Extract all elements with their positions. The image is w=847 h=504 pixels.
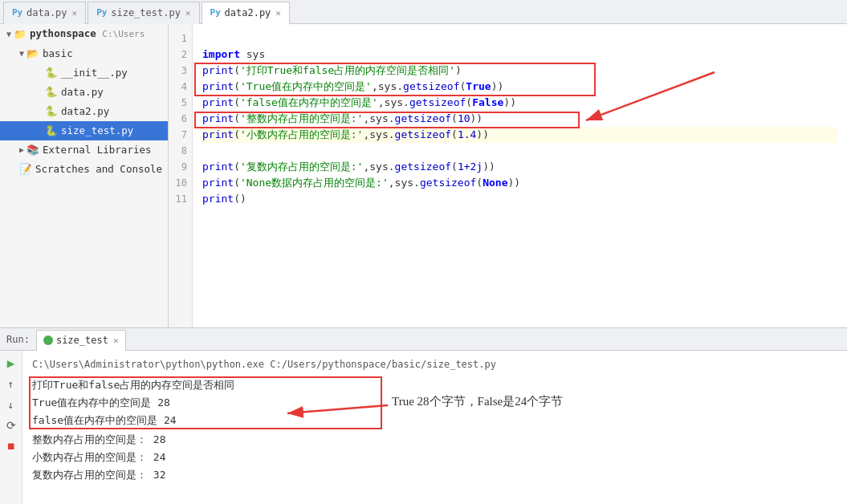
sizetest-label: size_test.py (61, 123, 133, 139)
tab-close-size[interactable]: × (185, 8, 191, 18)
code-line-9: print() (202, 193, 246, 205)
arrow-pythonspace (6, 26, 11, 43)
arrow-basic (19, 46, 24, 62)
editor-area[interactable]: 1 2 3 4 5 6 7 8 9 10 11 import sys print… (169, 24, 847, 327)
extlib-icon: 📚 (26, 142, 39, 158)
tab-label-3: data2.py (225, 7, 271, 18)
code-line-8: print('None数据内存占用的空间是:',sys.getsizeof(No… (202, 177, 520, 189)
output-highlighted-block: 打印True和false占用的内存空间是否相同 True值在内存中的空间是 28… (32, 376, 234, 429)
run-toolbar: ▶ ↑ ↓ ⟳ ⏹ (0, 351, 22, 504)
py-icon: Py (12, 7, 23, 18)
py-file-icon: 🐍 (45, 65, 58, 81)
tab-data2-py[interactable]: Py data2.py × (202, 2, 290, 24)
py-file-icon-data2: 🐍 (45, 104, 58, 120)
sidebar-item-sizetest[interactable]: 🐍 size_test.py (0, 121, 168, 140)
sidebar-item-pythonspace[interactable]: 📁 pythonspace C:\Users (0, 24, 168, 44)
code-line-4: print('false值在内存中的空间是',sys.getsizeof(Fal… (202, 96, 516, 108)
scroll-down-button[interactable]: ↓ (2, 396, 20, 413)
data2-label: data2.py (61, 104, 109, 120)
tab-label: data.py (26, 7, 67, 18)
scratch-icon: 📝 (19, 161, 32, 177)
output-line-6: 复数内存占用的空间是： 32 (32, 466, 837, 484)
cmd-line: C:\Users\Administrator\python\python.exe… (32, 356, 837, 373)
run-button[interactable]: ▶ (2, 354, 20, 372)
output-line-3: false值在内存中的空间是 24 (32, 412, 234, 429)
sidebar-item-data[interactable]: 🐍 data.py (0, 83, 168, 102)
run-tab-label: size_test (56, 335, 108, 346)
run-tab-bar: Run: size_test × (0, 328, 847, 351)
tab-data-py[interactable]: Py data.py × (3, 2, 86, 24)
data-label: data.py (61, 84, 104, 100)
console-output: ▶ ↑ ↓ ⟳ ⏹ C:\Users\Administrator\python\… (0, 351, 847, 504)
svg-line-3 (287, 405, 388, 413)
code-line-1: import sys (202, 48, 265, 60)
pythonspace-label: pythonspace C:\Users (30, 26, 145, 43)
line-numbers: 1 2 3 4 5 6 7 8 9 10 11 (169, 24, 193, 327)
code-container: 1 2 3 4 5 6 7 8 9 10 11 import sys print… (169, 24, 847, 327)
tab-bar: Py data.py × Py size_test.py × Py data2.… (0, 0, 847, 24)
run-tab-sizetest[interactable]: size_test × (36, 330, 126, 351)
basic-label: basic (43, 46, 73, 62)
tab-size-test-py[interactable]: Py size_test.py × (88, 2, 199, 24)
sidebar: 📁 pythonspace C:\Users 📂 basic 🐍 __init_… (0, 24, 169, 327)
init-label: __init__.py (61, 65, 128, 81)
stop-button[interactable]: ⏹ (2, 437, 20, 455)
output-line-1: 打印True和false占用的内存空间是否相同 (32, 376, 234, 394)
py-file-icon-data: 🐍 (45, 84, 58, 100)
code-line-5: print('整数内存占用的空间是:',sys.getsizeof(10)) (202, 112, 483, 124)
code-line-7: print('复数内存占用的空间是:',sys.getsizeof(1+2j)) (202, 161, 495, 173)
sidebar-item-extlib[interactable]: 📚 External Libraries (0, 140, 168, 160)
output-line-4: 整数内存占用的空间是： 28 (32, 431, 837, 449)
output-line-2: True值在内存中的空间是 28 (32, 394, 234, 412)
folder-icon-pythonspace: 📁 (14, 26, 26, 43)
extlib-label: External Libraries (43, 142, 151, 158)
py-icon-2: Py (96, 7, 108, 18)
scroll-up-button[interactable]: ↑ (2, 375, 20, 392)
code-line-3: print('True值在内存中的空间是',sys.getsizeof(True… (202, 80, 503, 92)
output-area: C:\Users\Administrator\python\python.exe… (22, 351, 847, 504)
run-label: Run: (6, 334, 30, 345)
sidebar-item-basic[interactable]: 📂 basic (0, 44, 168, 63)
code-line-2: print('打印True和false占用的内存空间是否相同') (202, 64, 462, 76)
code-line-6: print('小数内存占用的空间是:',sys.getsizeof(1.4)) (202, 127, 837, 143)
tab-close-data[interactable]: × (72, 8, 78, 18)
tab-close-data2[interactable]: × (275, 8, 281, 18)
code-content[interactable]: import sys print('打印True和false占用的内存空间是否相… (193, 24, 847, 327)
annotation-text: True 28个字节，False是24个字节 (392, 392, 563, 410)
sidebar-item-data2[interactable]: 🐍 data2.py (0, 102, 168, 121)
arrow-extlib (19, 142, 24, 158)
py-icon-3: Py (210, 7, 222, 18)
scratches-label: Scratches and Console (35, 161, 162, 177)
py-file-icon-sizetest: 🐍 (45, 123, 58, 139)
bottom-panel: Run: size_test × ▶ ↑ ↓ ⟳ ⏹ C:\Users\Admi… (0, 327, 847, 504)
tab-label-2: size_test.py (111, 7, 181, 18)
rerun-button[interactable]: ⟳ (2, 417, 20, 434)
run-tab-close[interactable]: × (113, 335, 119, 346)
output-line-5: 小数内存占用的空间是： 24 (32, 449, 837, 466)
folder-icon-basic: 📂 (26, 46, 39, 62)
sidebar-item-init[interactable]: 🐍 __init__.py (0, 63, 168, 83)
sidebar-item-scratches[interactable]: 📝 Scratches and Console (0, 160, 168, 179)
main-content: 📁 pythonspace C:\Users 📂 basic 🐍 __init_… (0, 24, 847, 327)
run-active-icon (43, 335, 53, 345)
